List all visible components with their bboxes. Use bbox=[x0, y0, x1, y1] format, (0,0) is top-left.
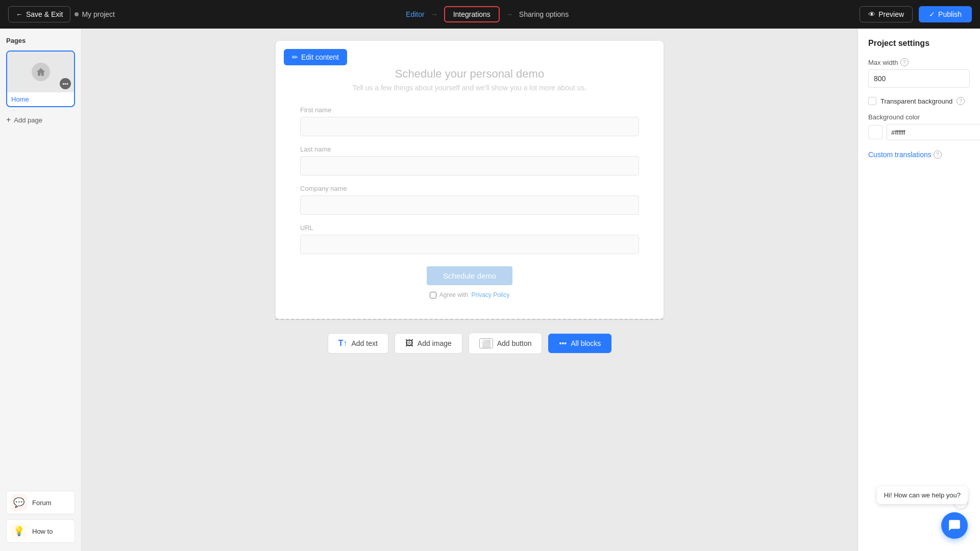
add-blocks-row: T↑ Add text 🖼 Add image ⬜ Add button •••… bbox=[276, 320, 664, 366]
pencil-icon: ✏ bbox=[292, 53, 298, 61]
preview-button[interactable]: 👁 Preview bbox=[860, 6, 913, 22]
form-preview: ✏ Edit content Schedule your personal de… bbox=[276, 41, 664, 319]
url-label: URL bbox=[300, 224, 639, 232]
home-page-card[interactable]: ••• Home bbox=[6, 51, 75, 107]
max-width-help-icon[interactable]: ? bbox=[900, 58, 909, 66]
first-name-input[interactable] bbox=[300, 117, 639, 136]
bg-color-row bbox=[868, 124, 970, 140]
add-page-button[interactable]: + Add page bbox=[6, 115, 75, 124]
max-width-input[interactable] bbox=[868, 69, 970, 88]
transparent-bg-help-icon[interactable]: ? bbox=[957, 97, 965, 105]
first-name-label: First name bbox=[300, 106, 639, 114]
sidebar-bottom-links: 💬 Forum 💡 How to bbox=[6, 491, 75, 543]
pages-title: Pages bbox=[6, 37, 75, 44]
editor-step[interactable]: Editor bbox=[406, 10, 425, 18]
field-last-name: Last name bbox=[300, 145, 639, 176]
project-name: My project bbox=[75, 10, 115, 18]
form-subtitle: Tell us a few things about yourself and … bbox=[300, 84, 639, 92]
page-thumbnail: ••• bbox=[7, 52, 74, 92]
add-button-button[interactable]: ⬜ Add button bbox=[469, 333, 543, 354]
sharing-step[interactable]: Sharing options bbox=[519, 10, 569, 18]
all-blocks-button[interactable]: ••• All blocks bbox=[548, 334, 611, 353]
text-icon: T↑ bbox=[338, 339, 348, 348]
right-panel: Project settings Max width ? Transparent… bbox=[857, 29, 980, 551]
forum-label: Forum bbox=[32, 499, 52, 507]
howto-link[interactable]: 💡 How to bbox=[6, 519, 75, 543]
transparent-bg-row: Transparent background ? bbox=[868, 97, 970, 105]
color-swatch[interactable] bbox=[868, 125, 883, 139]
project-dot bbox=[75, 12, 79, 16]
main-layout: Pages ••• Home + Add page 💬 Forum 💡 bbox=[0, 29, 980, 551]
form-title: Schedule your personal demo bbox=[300, 67, 639, 81]
chat-widget: Hi! How can we help you? bbox=[941, 512, 968, 539]
nav-left: ← Save & Exit My project bbox=[8, 6, 115, 22]
plus-icon: + bbox=[6, 115, 11, 124]
company-label: Company name bbox=[300, 185, 639, 192]
add-image-button[interactable]: 🖼 Add image bbox=[395, 333, 462, 354]
bg-color-label: Background color bbox=[868, 113, 970, 121]
chat-hint: Hi! How can we help you? bbox=[877, 486, 968, 504]
save-exit-button[interactable]: ← Save & Exit bbox=[8, 6, 70, 22]
bg-color-input[interactable] bbox=[887, 124, 980, 140]
back-arrow-icon: ← bbox=[16, 10, 23, 18]
howto-label: How to bbox=[32, 528, 53, 535]
page-more-button[interactable]: ••• bbox=[60, 78, 71, 89]
page-thumb-icon bbox=[32, 63, 50, 81]
schedule-demo-button[interactable]: Schedule demo bbox=[427, 266, 512, 285]
top-navigation: ← Save & Exit My project Editor → Integr… bbox=[0, 0, 980, 29]
forum-icon: 💬 bbox=[11, 494, 27, 511]
field-first-name: First name bbox=[300, 106, 639, 136]
agree-text: Agree with bbox=[439, 291, 469, 298]
home-page-label: Home bbox=[7, 92, 74, 106]
custom-translations-help-icon[interactable]: ? bbox=[934, 151, 942, 159]
nav-steps: Editor → Integrations → Sharing options bbox=[406, 6, 569, 22]
divider-area: T↑ Add text 🖼 Add image ⬜ Add button •••… bbox=[276, 319, 664, 366]
button-icon: ⬜ bbox=[479, 338, 493, 348]
image-icon: 🖼 bbox=[405, 339, 413, 348]
url-input[interactable] bbox=[300, 235, 639, 254]
field-company: Company name bbox=[300, 185, 639, 215]
arrow-integrations-sharing: → bbox=[506, 10, 513, 18]
privacy-checkbox[interactable] bbox=[430, 292, 436, 298]
custom-translations-link[interactable]: Custom translations ? bbox=[868, 151, 970, 159]
field-url: URL bbox=[300, 224, 639, 254]
all-blocks-icon: ••• bbox=[559, 339, 567, 347]
publish-button[interactable]: ✓ Publish bbox=[919, 6, 972, 22]
checkmark-icon: ✓ bbox=[929, 10, 935, 18]
integrations-step[interactable]: Integrations bbox=[444, 6, 500, 22]
howto-icon: 💡 bbox=[11, 523, 27, 539]
company-input[interactable] bbox=[300, 195, 639, 215]
add-text-button[interactable]: T↑ Add text bbox=[328, 333, 388, 354]
schedule-btn-row: Schedule demo bbox=[300, 266, 639, 285]
transparent-bg-checkbox[interactable] bbox=[868, 97, 876, 105]
last-name-label: Last name bbox=[300, 145, 639, 153]
content-area: ✏ Edit content Schedule your personal de… bbox=[82, 29, 857, 551]
sidebar: Pages ••• Home + Add page 💬 Forum 💡 bbox=[0, 29, 82, 551]
transparent-bg-label: Transparent background bbox=[880, 97, 952, 105]
eye-icon: 👁 bbox=[868, 10, 875, 18]
chat-bubble-button[interactable] bbox=[941, 512, 968, 539]
edit-content-button[interactable]: ✏ Edit content bbox=[284, 49, 347, 65]
nav-right: 👁 Preview ✓ Publish bbox=[860, 6, 972, 22]
save-exit-label: Save & Exit bbox=[26, 10, 63, 18]
project-settings-title: Project settings bbox=[868, 39, 970, 48]
privacy-row: Agree with Privacy Policy bbox=[300, 291, 639, 298]
privacy-policy-link[interactable]: Privacy Policy bbox=[472, 291, 510, 298]
chat-icon bbox=[948, 519, 961, 532]
last-name-input[interactable] bbox=[300, 156, 639, 176]
forum-link[interactable]: 💬 Forum bbox=[6, 491, 75, 514]
max-width-label: Max width ? bbox=[868, 58, 970, 66]
arrow-editor-integrations: → bbox=[431, 10, 438, 18]
